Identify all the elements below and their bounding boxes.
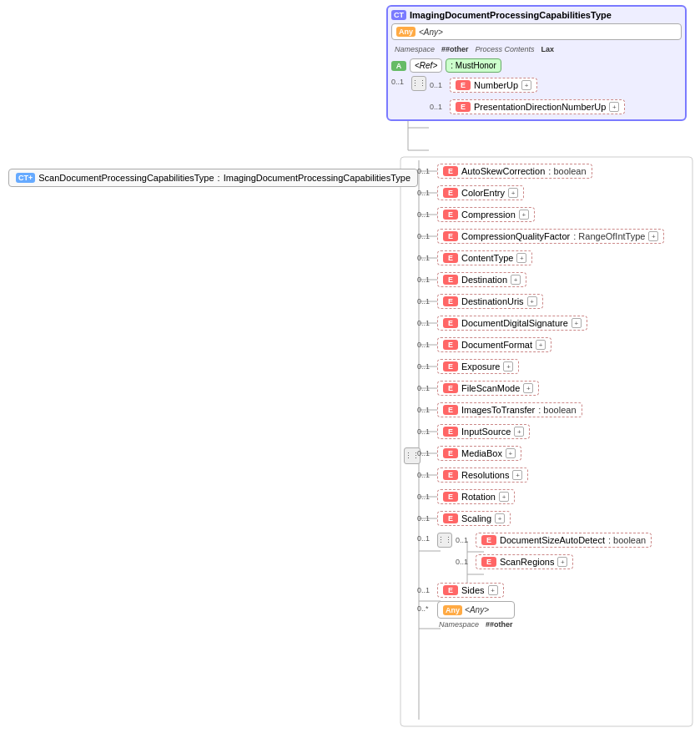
scanregions-label: ScanRegions — [500, 557, 554, 567]
process-value: Lax — [541, 45, 555, 53]
inputsource-label: InputSource — [461, 427, 511, 437]
row-exposure: 0..1 E Exposure + — [417, 356, 664, 377]
filescanmode-label: FileScanMode — [461, 383, 520, 393]
imaging-ct-box: CT ImagingDocumentProcessingCapabilities… — [386, 5, 687, 121]
subseq-block: ⋮⋮ 0..1 E DocumentSizeAutoDetect : boole… — [437, 529, 652, 571]
contenttype-expand[interactable]: + — [516, 253, 526, 263]
row-desturis: 0..1 E DestinationUris + — [417, 291, 664, 312]
inputsource-box: E InputSource + — [437, 424, 530, 439]
bottom-any-row: Any <Any> — [437, 601, 515, 619]
scan-ct-badge: CT+ — [16, 173, 35, 183]
namespace-row: Namespace ##other Process Contents Lax — [391, 43, 682, 55]
any-block: Any <Any> Namespace ##other — [437, 601, 515, 630]
numberup-expand[interactable]: + — [521, 80, 531, 90]
imaging-ct-header: CT ImagingDocumentProcessingCapabilities… — [391, 10, 682, 20]
contenttype-label: ContentType — [461, 253, 513, 263]
exposure-label: Exposure — [461, 361, 500, 371]
row-mediabox: 0..1 E MediaBox + — [417, 442, 664, 464]
desturis-box: E DestinationUris + — [437, 294, 543, 309]
resolutions-expand[interactable]: + — [512, 470, 522, 480]
docautodetect-box: E DocumentSizeAutoDetect : boolean — [476, 533, 652, 548]
destination-box: E Destination + — [437, 272, 526, 287]
sides-box: E Sides + — [437, 583, 504, 598]
row-imagestransfer: 0..1 E ImagesToTransfer : boolean — [417, 399, 664, 421]
row-docsig: 0..1 E DocumentDigitalSignature + — [417, 312, 664, 334]
seq-icon-imaging: ⋮⋮ — [411, 76, 426, 91]
sides-label: Sides — [461, 585, 485, 595]
autoskew-box: E AutoSkewCorrection : boolean — [437, 164, 592, 179]
destination-label: Destination — [461, 275, 507, 285]
numberup-label: NumberUp — [474, 80, 518, 90]
any-label: <Any> — [419, 28, 443, 37]
row-scaling: 0..1 E Scaling + — [417, 508, 664, 529]
process-label: Process Contents — [476, 45, 535, 53]
exposure-expand[interactable]: + — [503, 361, 513, 371]
imaging-elements-list: 0..1 E NumberUp + 0..1 E PresentationDir… — [430, 76, 625, 116]
e-badge: E — [456, 80, 471, 90]
contenttype-box: E ContentType + — [437, 250, 532, 265]
imagestransfer-box: E ImagesToTransfer : boolean — [437, 402, 582, 417]
desturis-expand[interactable]: + — [527, 296, 537, 306]
pdn-label: PresentationDirectionNumberUp — [474, 102, 606, 112]
scan-type-ref: ImagingDocumentProcessingCapabilitiesTyp… — [224, 173, 410, 183]
mediabox-box: E MediaBox + — [437, 446, 521, 461]
cqf-label: CompressionQualityFactor — [461, 231, 570, 241]
row-any: 0..* Any <Any> Namespace ##other — [417, 601, 664, 643]
colorentry-box: E ColorEntry + — [437, 185, 524, 200]
scan-ct-box: CT+ ScanDocumentProcessingCapabilitiesTy… — [8, 169, 418, 187]
scaling-label: Scaling — [461, 513, 491, 523]
row-resolutions: 0..1 E Resolutions + — [417, 464, 664, 486]
any-row: Any <Any> — [391, 23, 682, 40]
docsig-box: E DocumentDigitalSignature + — [437, 316, 587, 331]
row-cqf: 0..1 E CompressionQualityFactor : RangeO… — [417, 225, 664, 247]
ref-row: A <Ref> : MustHonor — [391, 58, 682, 73]
scanregions-box: E ScanRegions + — [476, 554, 573, 569]
docsig-label: DocumentDigitalSignature — [461, 318, 568, 328]
compression-expand[interactable]: + — [519, 210, 529, 220]
rotation-expand[interactable]: + — [499, 492, 509, 502]
row-inputsource: 0..1 E InputSource + — [417, 421, 664, 442]
autoskew-label: AutoSkewCorrection — [461, 166, 545, 176]
resolutions-label: Resolutions — [461, 470, 509, 480]
docformat-expand[interactable]: + — [536, 340, 546, 350]
cqf-expand[interactable]: + — [648, 231, 658, 241]
mediabox-expand[interactable]: + — [506, 448, 516, 458]
compression-box: E Compression + — [437, 207, 535, 222]
subseq-icon: ⋮⋮ — [437, 533, 452, 548]
scaling-expand[interactable]: + — [495, 513, 505, 523]
element-pdn: 0..1 E PresentationDirectionNumberUp + — [430, 99, 625, 114]
imaging-sequence: 0..1 ⋮⋮ 0..1 E NumberUp + 0..1 E Present — [391, 76, 682, 116]
inputsource-expand[interactable]: + — [514, 427, 524, 437]
scanregions-expand[interactable]: + — [557, 557, 567, 567]
row-contenttype: 0..1 E ContentType + — [417, 247, 664, 269]
docformat-box: E DocumentFormat + — [437, 337, 551, 352]
docsig-expand[interactable]: + — [572, 318, 582, 328]
ct-badge: CT — [391, 10, 406, 20]
exposure-box: E Exposure + — [437, 359, 519, 374]
row-compression: 0..1 E Compression + — [417, 204, 664, 225]
filescanmode-expand[interactable]: + — [523, 383, 533, 393]
row-rotation: 0..1 E Rotation + — [417, 486, 664, 508]
row-scanregions: 0..1 E ScanRegions + — [456, 554, 652, 569]
rotation-label: Rotation — [461, 492, 496, 502]
colorentry-label: ColorEntry — [461, 188, 505, 198]
destination-expand[interactable]: + — [511, 275, 521, 285]
sides-expand[interactable]: + — [488, 585, 498, 595]
pdn-expand[interactable]: + — [609, 102, 619, 112]
namespace-value: ##other — [441, 45, 469, 53]
colorentry-expand[interactable]: + — [508, 188, 518, 198]
resolutions-box: E Resolutions + — [437, 467, 528, 483]
numberup-box: E NumberUp + — [450, 78, 537, 93]
mediabox-label: MediaBox — [461, 448, 502, 458]
docautodetect-label: DocumentSizeAutoDetect — [500, 535, 605, 545]
namespace-label: Namespace — [395, 45, 435, 53]
a-badge: A — [391, 61, 406, 71]
imaging-ct-title: ImagingDocumentProcessingCapabilitiesTyp… — [410, 10, 612, 20]
desturis-label: DestinationUris — [461, 296, 524, 306]
row-sides: 0..1 E Sides + — [417, 579, 664, 601]
pdn-box: E PresentationDirectionNumberUp + — [450, 99, 625, 114]
scan-label: ScanDocumentProcessingCapabilitiesType — [38, 173, 214, 183]
card-top: 0..1 — [391, 78, 408, 86]
subseq-elements: 0..1 E DocumentSizeAutoDetect : boolean … — [456, 531, 652, 571]
row-colorentry: 0..1 E ColorEntry + — [417, 182, 664, 204]
